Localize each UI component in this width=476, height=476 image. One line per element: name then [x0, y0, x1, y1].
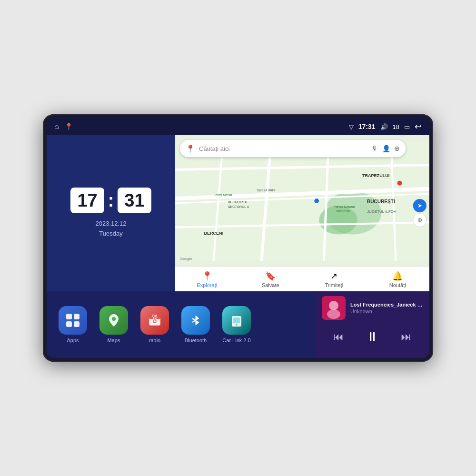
share-icon: ↗ — [330, 271, 337, 281]
svg-point-23 — [314, 198, 319, 204]
svg-text:FM: FM — [153, 317, 156, 319]
clock-display: 17 : 31 — [70, 188, 151, 213]
more-icon[interactable]: ⊕ — [394, 145, 400, 152]
clock-colon: : — [108, 191, 114, 209]
battery-level: 18 — [393, 123, 399, 130]
music-player: Lost Frequencies_Janieck Devy-... Unknow… — [315, 291, 429, 358]
carlink-label: Car Link 2.0 — [222, 337, 250, 343]
music-controls: ⏮ ⏸ ⏭ — [322, 325, 423, 349]
map-nav-news[interactable]: 🔔 Noutăți — [366, 271, 430, 288]
account-icon[interactable]: 👤 — [382, 145, 390, 152]
maps-label: Maps — [108, 337, 120, 343]
svg-rect-40 — [233, 317, 240, 323]
svg-rect-31 — [74, 321, 79, 327]
svg-rect-29 — [74, 314, 79, 319]
svg-rect-28 — [66, 314, 72, 319]
clock-minute: 31 — [124, 190, 144, 210]
music-top: Lost Frequencies_Janieck Devy-... Unknow… — [322, 296, 423, 320]
status-time: 17:31 — [358, 123, 376, 130]
app-item-apps[interactable]: Apps — [56, 306, 89, 343]
news-label: Noutăți — [389, 282, 406, 288]
app-item-maps[interactable]: Maps — [97, 306, 130, 343]
status-right-info: ▽ 17:31 🔊 18 ▭ ↩ — [349, 121, 422, 132]
svg-point-43 — [329, 301, 338, 310]
music-title: Lost Frequencies_Janieck Devy-... — [350, 302, 423, 307]
svg-text:TRAPEZULUI: TRAPEZULUI — [362, 173, 389, 178]
next-button[interactable]: ⏭ — [398, 328, 414, 346]
svg-text:Parcul Natural: Parcul Natural — [333, 205, 355, 208]
app-item-carlink[interactable]: Car Link 2.0 — [220, 306, 253, 343]
svg-text:JUDEȚUL ILFOV: JUDEȚUL ILFOV — [367, 209, 397, 214]
voice-search-icon[interactable]: 🎙 — [372, 145, 378, 152]
saved-label: Salvate — [262, 282, 279, 288]
home-icon[interactable]: ⌂ — [54, 122, 59, 131]
clock-widget: 17 : 31 2023.12.12 Tuesday — [47, 135, 175, 291]
svg-rect-30 — [66, 321, 72, 327]
carlink-icon-bg — [222, 306, 251, 335]
top-row: 17 : 31 2023.12.12 Tuesday — [47, 135, 429, 291]
play-pause-button[interactable]: ⏸ — [363, 327, 381, 347]
map-search-icons: 🎙 👤 ⊕ — [372, 145, 400, 152]
svg-text:Google: Google — [180, 257, 192, 261]
clock-date: 2023.12.12 Tuesday — [95, 219, 126, 239]
clock-hour: 17 — [77, 190, 97, 210]
map-search-placeholder: Căutați aici — [199, 145, 368, 152]
radio-label: radio — [149, 337, 160, 343]
app-item-bluetooth[interactable]: Bluetooth — [179, 306, 212, 343]
signal-icon: ▽ — [349, 123, 354, 130]
svg-text:Văcărești: Văcărești — [336, 209, 350, 213]
map-bottom-nav: 📍 Explorați 🔖 Salvate ↗ Trimiteți 🔔 — [175, 267, 429, 291]
app-item-radio[interactable]: FM FM radio — [138, 306, 171, 343]
map-nav-explore[interactable]: 📍 Explorați — [175, 271, 239, 288]
music-info: Lost Frequencies_Janieck Devy-... Unknow… — [350, 302, 423, 314]
map-pin-icon: 📍 — [186, 144, 195, 153]
svg-point-41 — [236, 324, 238, 326]
svg-point-35 — [154, 320, 156, 322]
main-content: 17 : 31 2023.12.12 Tuesday — [47, 135, 429, 358]
bluetooth-icon-bg — [181, 306, 210, 335]
volume-icon: 🔊 — [380, 123, 388, 130]
maps-status-icon[interactable]: 📍 — [65, 123, 73, 130]
map-search-bar[interactable]: 📍 Căutați aici 🎙 👤 ⊕ — [180, 140, 406, 157]
battery-icon: ▭ — [404, 123, 410, 130]
prev-button[interactable]: ⏮ — [330, 328, 347, 346]
svg-text:BUCUREȘTI: BUCUREȘTI — [228, 200, 248, 204]
radio-icon-bg: FM FM — [140, 306, 169, 335]
clock-minute-block: 31 — [118, 188, 151, 213]
map-nav-saved[interactable]: 🔖 Salvate — [239, 271, 303, 288]
svg-text:SECTORUL 4: SECTORUL 4 — [228, 205, 249, 208]
svg-text:⊕: ⊕ — [417, 217, 422, 223]
svg-text:➤: ➤ — [417, 202, 422, 209]
map-widget[interactable]: 📍 Căutați aici 🎙 👤 ⊕ — [175, 135, 429, 291]
news-icon: 🔔 — [392, 271, 403, 281]
status-bar: ⌂ 📍 ▽ 17:31 🔊 18 ▭ ↩ — [47, 118, 429, 135]
svg-text:Splaiul Unirii: Splaiul Unirii — [257, 188, 276, 192]
svg-point-22 — [397, 181, 402, 186]
back-icon[interactable]: ↩ — [415, 121, 422, 132]
bottom-row: Apps Maps — [47, 291, 429, 358]
saved-icon: 🔖 — [265, 271, 276, 281]
car-display-device: ⌂ 📍 ▽ 17:31 🔊 18 ▭ ↩ 17 — [43, 114, 433, 362]
apps-area: Apps Maps — [47, 291, 315, 358]
explore-label: Explorați — [197, 282, 217, 288]
status-left-icons: ⌂ 📍 — [54, 122, 73, 131]
device-screen: ⌂ 📍 ▽ 17:31 🔊 18 ▭ ↩ 17 — [47, 118, 429, 358]
share-label: Trimiteți — [325, 282, 343, 288]
maps-icon — [99, 306, 128, 335]
music-artist: Unknown — [350, 308, 423, 314]
apps-label: Apps — [67, 337, 79, 343]
map-nav-share[interactable]: ↗ Trimiteți — [302, 271, 366, 288]
apps-icon — [59, 306, 87, 335]
explore-icon: 📍 — [202, 271, 212, 281]
svg-text:Leroy Merlin: Leroy Merlin — [214, 193, 232, 197]
svg-point-44 — [327, 309, 340, 319]
svg-text:BERCENI: BERCENI — [204, 231, 223, 236]
svg-text:BUCUREȘTI: BUCUREȘTI — [367, 199, 395, 204]
bluetooth-label: Bluetooth — [185, 337, 207, 343]
music-thumbnail — [322, 296, 346, 320]
clock-hour-block: 17 — [70, 188, 104, 213]
svg-point-32 — [112, 317, 116, 321]
